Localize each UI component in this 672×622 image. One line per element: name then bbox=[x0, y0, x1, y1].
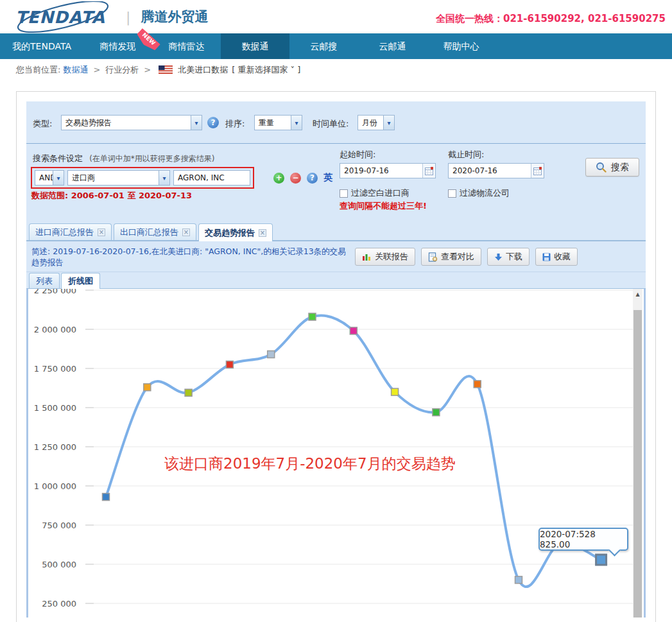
search-button-label: 搜索 bbox=[611, 162, 629, 173]
data-point-marker[interactable] bbox=[596, 555, 607, 565]
filter-logistics-option[interactable]: 过滤物流公司 bbox=[448, 187, 544, 199]
time-unit-select[interactable]: 月份 ▾ bbox=[358, 115, 395, 130]
main-nav: 我的TENDATA 商情发现 NEW 商情雷达 数据通 云邮搜 云邮通 帮助中心 bbox=[0, 33, 672, 59]
data-point-marker[interactable] bbox=[185, 389, 192, 396]
app-header: TENDATA | 腾道外贸通 全国统一热线：021-61590292, 021… bbox=[0, 0, 672, 33]
compare-document-icon bbox=[428, 252, 438, 262]
data-point-marker[interactable] bbox=[144, 384, 151, 391]
checkbox-icon[interactable] bbox=[340, 189, 348, 198]
filter-blank-importer-option[interactable]: 过滤空白进口商 bbox=[340, 187, 436, 199]
nav-item-datatong[interactable]: 数据通 bbox=[221, 33, 289, 59]
tab-exporter-summary[interactable]: 出口商汇总报告 × bbox=[114, 223, 196, 240]
tab-importer-summary[interactable]: 进口商汇总报告 × bbox=[29, 223, 112, 240]
search-button[interactable]: 搜索 bbox=[585, 158, 639, 177]
condition-group: AND ▾ 进口商 ▾ bbox=[31, 167, 254, 189]
data-point-marker[interactable] bbox=[515, 576, 522, 583]
brand-name: 腾道外贸通 bbox=[141, 8, 208, 26]
type-label: 类型: bbox=[33, 118, 52, 130]
button-label: 关联报告 bbox=[375, 251, 408, 263]
boolean-operator-select[interactable]: AND ▾ bbox=[35, 170, 64, 186]
nav-label: 商情发现 bbox=[100, 41, 136, 51]
checkbox-icon[interactable] bbox=[448, 189, 456, 198]
end-date-input[interactable] bbox=[449, 166, 531, 175]
tab-label: 出口商汇总报告 bbox=[120, 227, 178, 238]
data-point-marker[interactable] bbox=[392, 388, 399, 395]
report-tabstrip: 进口商汇总报告 × 出口商汇总报告 × 交易趋势报告 × bbox=[26, 223, 646, 241]
tendata-logo[interactable]: TENDATA bbox=[15, 5, 112, 28]
filter-blank-label: 过滤空白进口商 bbox=[351, 187, 409, 199]
subtab-list[interactable]: 列表 bbox=[29, 273, 60, 288]
download-button[interactable]: 下载 bbox=[487, 248, 530, 266]
type-help-icon[interactable]: ? bbox=[207, 117, 219, 128]
scroll-up-icon[interactable]: ▲ bbox=[633, 289, 642, 300]
start-date-field bbox=[340, 163, 436, 178]
sort-label: 排序: bbox=[225, 118, 245, 130]
data-range-text: 数据范围: 2006-07-01 至 2020-07-13 bbox=[31, 190, 192, 202]
start-date-input[interactable] bbox=[340, 166, 422, 175]
y-axis-tick-label: 1 750 000 bbox=[34, 364, 76, 374]
tab-label: 进口商汇总报告 bbox=[35, 227, 94, 238]
remove-condition-icon[interactable]: − bbox=[290, 173, 301, 184]
calendar-icon[interactable] bbox=[422, 164, 435, 178]
keyword-input[interactable] bbox=[173, 170, 250, 186]
condition-help-icon[interactable]: ? bbox=[307, 173, 318, 184]
sort-value: 重量 bbox=[255, 117, 291, 128]
button-label: 查看对比 bbox=[441, 251, 474, 263]
close-icon[interactable]: × bbox=[98, 229, 105, 236]
scrollbar-thumb[interactable] bbox=[633, 310, 642, 618]
data-point-marker[interactable] bbox=[268, 351, 275, 358]
chart-scrollbar[interactable]: ▲ bbox=[633, 289, 642, 618]
end-date-label: 截止时间: bbox=[448, 149, 544, 160]
nav-label: 数据通 bbox=[242, 41, 269, 51]
nav-item-help-center[interactable]: 帮助中心 bbox=[427, 33, 495, 59]
report-summary-bar: 简述: 2019-07-16-2020-07-16,在北美进口商: "AGRON… bbox=[26, 241, 646, 272]
language-toggle-button[interactable]: 英 bbox=[323, 172, 332, 184]
nav-item-my-tendata[interactable]: 我的TENDATA bbox=[0, 33, 83, 59]
calendar-icon[interactable] bbox=[531, 164, 544, 178]
download-arrow-icon bbox=[494, 253, 503, 261]
breadcrumb-link-datatong[interactable]: 数据通 bbox=[63, 64, 88, 76]
subtab-label: 列表 bbox=[36, 275, 53, 287]
sort-select[interactable]: 重量 ▾ bbox=[254, 115, 302, 130]
nav-label: 商情雷达 bbox=[169, 41, 205, 51]
data-point-marker[interactable] bbox=[226, 361, 233, 368]
hotline-text: 全国统一热线：021-61590292, 021-61590275 bbox=[436, 13, 666, 25]
data-point-marker[interactable] bbox=[309, 313, 316, 320]
subtab-label: 折线图 bbox=[68, 275, 93, 287]
reselect-country-button[interactable]: [ 重新选择国家 ˅ ] bbox=[232, 64, 300, 76]
boolean-operator-value: AND bbox=[35, 173, 53, 182]
y-axis-tick-label: 2 250 000 bbox=[34, 289, 76, 295]
tab-label: 交易趋势报告 bbox=[205, 227, 255, 239]
add-condition-icon[interactable]: + bbox=[273, 173, 284, 184]
chart-tooltip: 2020-07:528 825.00 bbox=[538, 528, 628, 551]
y-axis-tick-label: 2 000 000 bbox=[34, 325, 76, 334]
nav-item-radar[interactable]: 商情雷达 bbox=[152, 33, 221, 59]
search-field-select[interactable]: 进口商 ▾ bbox=[67, 170, 170, 186]
tab-trade-trend[interactable]: 交易趋势报告 × bbox=[198, 223, 273, 241]
favorite-button[interactable]: 收藏 bbox=[535, 248, 578, 266]
report-type-select[interactable]: 交易趋势报告 ▾ bbox=[61, 115, 202, 130]
trend-chart-area: 2 250 0002 000 0001 750 0001 500 0001 25… bbox=[26, 289, 646, 618]
nav-item-cloud-mail[interactable]: 云邮通 bbox=[358, 33, 427, 59]
bar-chart-icon bbox=[362, 252, 372, 261]
data-point-marker[interactable] bbox=[433, 409, 440, 416]
related-report-button[interactable]: 关联报告 bbox=[355, 248, 415, 266]
search-hint: (在单词中加*用以获得更多搜索结果) bbox=[89, 154, 214, 163]
us-flag-icon bbox=[159, 65, 173, 74]
nav-item-discovery[interactable]: 商情发现 NEW bbox=[83, 33, 152, 59]
chart-annotation: 该进口商2019年7月-2020年7月的交易趋势 bbox=[164, 454, 456, 474]
view-comparison-button[interactable]: 查看对比 bbox=[421, 248, 481, 266]
breadcrumb-link-industry[interactable]: 行业分析 bbox=[105, 64, 139, 76]
filter-logistics-label: 过滤物流公司 bbox=[460, 187, 510, 199]
data-point-marker[interactable] bbox=[350, 327, 357, 334]
breadcrumb-separator: > bbox=[93, 65, 100, 74]
chevron-down-icon: ▾ bbox=[53, 171, 64, 185]
close-icon[interactable]: × bbox=[259, 229, 266, 237]
data-point-marker[interactable] bbox=[474, 381, 481, 388]
nav-item-cloud-mail-search[interactable]: 云邮搜 bbox=[289, 33, 358, 59]
subtab-line-chart[interactable]: 折线图 bbox=[61, 273, 100, 289]
y-axis-tick-label: 1 500 000 bbox=[34, 403, 76, 413]
close-icon[interactable]: × bbox=[182, 229, 190, 236]
data-point-marker[interactable] bbox=[103, 494, 110, 501]
search-settings-title: 搜索条件设定 bbox=[33, 153, 83, 163]
